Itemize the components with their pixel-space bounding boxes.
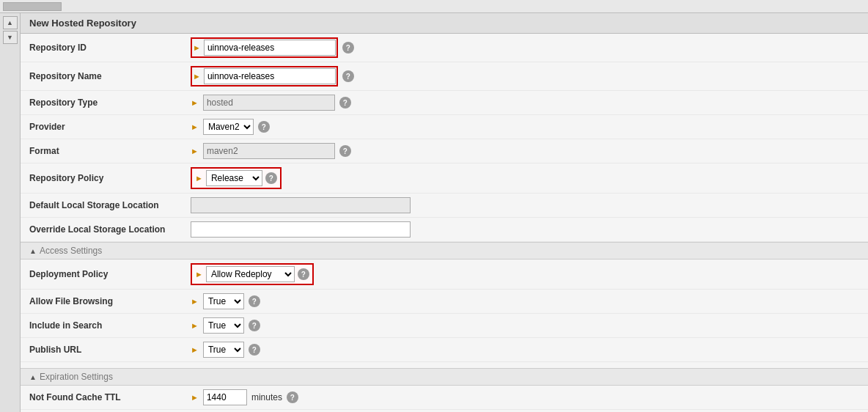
publish-url-select[interactable]: True False: [203, 342, 244, 358]
repository-type-input: [203, 95, 335, 111]
format-input: [203, 143, 335, 159]
allow-file-browsing-value-col: ► True False ?: [191, 293, 859, 309]
default-local-storage-value-col: [191, 197, 859, 213]
include-in-search-row: Include in Search ► True False ?: [21, 314, 868, 338]
not-found-cache-ttl-label: Not Found Cache TTL: [29, 392, 191, 402]
provider-row: Provider ► Maven2 Maven1 NuGet ?: [21, 115, 868, 139]
allow-file-browsing-help-icon[interactable]: ?: [249, 295, 260, 307]
required-marker-type: ►: [191, 98, 199, 107]
required-marker-name: ►: [193, 72, 201, 81]
repository-policy-help-icon[interactable]: ?: [265, 172, 277, 184]
format-help-icon[interactable]: ?: [339, 145, 351, 157]
override-local-storage-label: Override Local Storage Location: [29, 224, 191, 235]
required-marker-publish: ►: [191, 345, 199, 354]
repository-id-input[interactable]: [204, 40, 336, 56]
repository-id-wrapper: ►: [191, 37, 338, 58]
required-marker-format: ►: [191, 147, 199, 155]
expiration-settings-arrow: ▲: [29, 373, 37, 381]
required-marker-provider: ►: [191, 122, 199, 131]
format-value-col: ► ?: [191, 143, 859, 159]
page-container: ▲ ▼ New Hosted Repository Repository ID …: [0, 0, 868, 412]
deployment-policy-row: Deployment Policy ► Allow Redeploy Disab…: [21, 260, 868, 290]
include-in-search-help-icon[interactable]: ?: [249, 320, 260, 331]
not-found-cache-ttl-value-col: ► minutes ?: [191, 389, 859, 405]
deployment-policy-select[interactable]: Allow Redeploy Disable Redeploy Read Onl…: [206, 266, 295, 282]
repository-name-input[interactable]: [204, 68, 336, 84]
override-local-storage-value-col: [191, 221, 859, 238]
not-found-cache-ttl-input[interactable]: [203, 389, 247, 405]
repository-name-row: Repository Name ► ?: [21, 62, 868, 91]
repository-type-label: Repository Type: [29, 98, 191, 108]
repository-name-value-col: ► ?: [191, 66, 859, 87]
repository-id-row: Repository ID ► ?: [21, 34, 868, 62]
access-settings-arrow: ▲: [29, 247, 37, 255]
allow-file-browsing-select[interactable]: True False: [203, 293, 244, 309]
repository-name-wrapper: ►: [191, 66, 338, 87]
default-local-storage-input: [191, 197, 411, 213]
default-local-storage-row: Default Local Storage Location: [21, 194, 868, 218]
side-button-down[interactable]: ▼: [3, 31, 18, 44]
allow-file-browsing-label: Allow File Browsing: [29, 296, 191, 306]
provider-value-col: ► Maven2 Maven1 NuGet ?: [191, 119, 859, 135]
required-marker-id: ►: [193, 43, 201, 52]
required-marker-deployment: ►: [195, 270, 203, 279]
repository-id-value-col: ► ?: [191, 37, 859, 58]
override-local-storage-input[interactable]: [191, 221, 411, 238]
repository-name-label: Repository Name: [29, 71, 191, 81]
repository-type-help-icon[interactable]: ?: [339, 97, 351, 108]
repository-id-help-icon[interactable]: ?: [342, 42, 354, 54]
required-marker-policy: ►: [195, 174, 203, 183]
repository-policy-row: Repository Policy ► Release Snapshot Mix…: [21, 163, 868, 194]
minutes-label: minutes: [251, 392, 282, 402]
left-panel: ▲ ▼ New Hosted Repository Repository ID …: [0, 13, 868, 412]
policy-wrapper: ► Release Snapshot Mixed ?: [191, 167, 282, 189]
provider-help-icon[interactable]: ?: [258, 121, 270, 133]
publish-url-row: Publish URL ► True False ?: [21, 338, 868, 362]
include-in-search-select[interactable]: True False: [203, 317, 244, 334]
provider-label: Provider: [29, 122, 191, 132]
not-found-cache-ttl-row: Not Found Cache TTL ► minutes ?: [21, 386, 868, 410]
repository-policy-value-col: ► Release Snapshot Mixed ?: [191, 167, 859, 189]
side-buttons: ▲ ▼: [0, 13, 21, 412]
form-title: New Hosted Repository: [21, 13, 868, 34]
repository-name-help-icon[interactable]: ?: [342, 70, 354, 82]
deployment-wrapper: ► Allow Redeploy Disable Redeploy Read O…: [191, 263, 314, 285]
default-local-storage-label: Default Local Storage Location: [29, 200, 191, 210]
expiration-settings-label: Expiration Settings: [40, 372, 113, 382]
required-marker-ttl: ►: [191, 393, 199, 402]
repository-policy-label: Repository Policy: [29, 173, 191, 183]
format-row: Format ► ?: [21, 139, 868, 163]
form-body: Repository ID ► ? Repository Name ►: [21, 34, 868, 412]
provider-select[interactable]: Maven2 Maven1 NuGet: [203, 119, 254, 135]
not-found-cache-ttl-help-icon[interactable]: ?: [287, 391, 298, 403]
side-button-up[interactable]: ▲: [3, 16, 18, 29]
deployment-policy-value-col: ► Allow Redeploy Disable Redeploy Read O…: [191, 263, 859, 285]
publish-url-help-icon[interactable]: ?: [249, 344, 260, 356]
publish-url-value-col: ► True False ?: [191, 342, 859, 358]
required-marker-file-browsing: ►: [191, 297, 199, 306]
access-settings-label: Access Settings: [40, 246, 102, 256]
horizontal-scrollbar[interactable]: [0, 0, 868, 13]
deployment-policy-help-icon[interactable]: ?: [298, 268, 309, 280]
repository-id-label: Repository ID: [29, 43, 191, 53]
override-local-storage-row: Override Local Storage Location: [21, 218, 868, 242]
expiration-settings-header[interactable]: ▲ Expiration Settings: [21, 368, 868, 386]
access-settings-header[interactable]: ▲ Access Settings: [21, 242, 868, 260]
repository-policy-select[interactable]: Release Snapshot Mixed: [206, 170, 262, 186]
scroll-thumb[interactable]: [3, 2, 62, 11]
include-in-search-label: Include in Search: [29, 320, 191, 331]
allow-file-browsing-row: Allow File Browsing ► True False ?: [21, 290, 868, 314]
required-marker-search: ►: [191, 321, 199, 330]
repository-type-value-col: ► ?: [191, 95, 859, 111]
repository-type-row: Repository Type ► ?: [21, 91, 868, 115]
include-in-search-value-col: ► True False ?: [191, 317, 859, 334]
publish-url-label: Publish URL: [29, 345, 191, 355]
format-label: Format: [29, 146, 191, 156]
deployment-policy-label: Deployment Policy: [29, 269, 191, 279]
main-content: New Hosted Repository Repository ID ► ?: [21, 13, 868, 412]
